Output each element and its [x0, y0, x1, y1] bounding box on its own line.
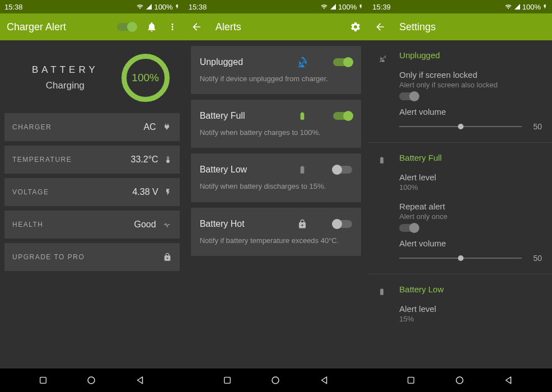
health-value: Good [134, 220, 156, 230]
battery-percentage: 100% [132, 72, 159, 84]
row-full-volume[interactable]: Alert volume 50 [399, 239, 542, 263]
nav-recent-icon[interactable] [223, 376, 232, 385]
status-time: 15:39 [372, 3, 391, 11]
screen-alerts: 15:38 100% Alerts Unplugged Notify if de… [184, 0, 368, 392]
card-battery-full[interactable]: Battery Full Notify when battery charges… [191, 100, 362, 148]
unplugged-icon [294, 56, 311, 68]
row-low-level[interactable]: Alert level 15% [399, 304, 542, 323]
temperature-value: 33.2°C [131, 155, 158, 165]
card-battery-hot[interactable]: Battery Hot Notify if battery temperatur… [191, 208, 362, 256]
nav-recent-icon[interactable] [39, 376, 48, 385]
low-title: Battery Low [200, 165, 294, 175]
voltage-value: 4.38 V [132, 187, 158, 197]
row-unplugged-volume[interactable]: Alert volume 50 [399, 107, 542, 131]
voltage-label: VOLTAGE [12, 188, 49, 196]
hot-title: Battery Hot [200, 219, 294, 229]
unplugged-toggle[interactable] [333, 58, 352, 66]
nav-back-icon[interactable] [503, 375, 513, 385]
status-icons: 100% [504, 3, 548, 11]
status-time: 15:38 [4, 3, 23, 11]
status-battery: 100% [522, 3, 541, 11]
screen-locked-sub: Alert only if screen also locked [399, 81, 542, 89]
status-bar: 15:38 100% [184, 0, 368, 13]
health-label: HEALTH [12, 221, 43, 228]
section-full: Battery Full Alert level 100% Repeat ale… [368, 143, 552, 274]
section-low: Battery Low Alert level 15% [368, 274, 552, 334]
thermometer-icon [164, 155, 172, 165]
row-full-level[interactable]: Alert level 100% [399, 172, 542, 192]
alerts-content: Unplugged Notify if device unplugged fro… [184, 40, 368, 368]
row-charger[interactable]: CHARGER AC [4, 113, 180, 141]
screen-main: 15:38 100% Charger Alert BATTERY Chargin… [0, 0, 184, 392]
back-icon[interactable] [191, 21, 202, 32]
signal-icon [330, 3, 336, 10]
battery-label: BATTERY [9, 64, 121, 76]
app-bar: Alerts [184, 13, 368, 40]
card-unplugged[interactable]: Unplugged Notify if device unplugged fro… [191, 46, 362, 94]
plug-icon [162, 123, 172, 132]
svg-rect-2 [224, 377, 230, 384]
row-voltage[interactable]: VOLTAGE 4.38 V [4, 178, 180, 206]
flash-icon [164, 187, 172, 197]
status-time: 15:38 [189, 3, 207, 11]
unplugged-volume-label: Alert volume [399, 107, 542, 116]
row-temperature[interactable]: TEMPERATURE 33.2°C [4, 146, 180, 174]
bolt-icon [542, 3, 548, 10]
row-screen-locked[interactable]: Only if screen locked Alert only if scre… [399, 70, 542, 97]
svg-rect-4 [408, 377, 414, 384]
full-title: Battery Full [200, 111, 294, 121]
charger-value: AC [143, 122, 156, 132]
app-bar: Charger Alert [0, 13, 184, 40]
nav-recent-icon[interactable] [406, 376, 415, 385]
signal-icon [146, 3, 152, 10]
row-upgrade[interactable]: UPGRADE TO PRO [4, 243, 180, 271]
nav-home-icon[interactable] [86, 375, 96, 385]
hot-toggle[interactable] [333, 220, 352, 228]
screen-locked-label: Only if screen locked [399, 70, 542, 80]
nav-bar [368, 368, 552, 392]
low-desc: Notify when battery discharges to 15%. [200, 181, 353, 192]
full-toggle[interactable] [333, 112, 352, 120]
master-toggle[interactable] [117, 23, 136, 31]
wifi-icon [320, 3, 328, 10]
repeat-toggle[interactable] [399, 224, 418, 232]
full-level-sub: 100% [399, 183, 542, 192]
app-bar: Settings [368, 13, 552, 40]
nav-back-icon[interactable] [135, 375, 145, 385]
back-icon[interactable] [375, 21, 386, 32]
app-title: Alerts [216, 21, 350, 33]
screen-locked-toggle[interactable] [399, 92, 418, 100]
section-unplugged: Unplugged Only if screen locked Alert on… [368, 40, 552, 143]
unplugged-volume-slider[interactable] [399, 126, 522, 127]
lock-icon [294, 218, 311, 230]
status-icons: 100% [320, 3, 363, 11]
full-level-label: Alert level [399, 172, 542, 182]
row-repeat[interactable]: Repeat alert Alert only once [399, 202, 542, 228]
gear-icon[interactable] [350, 21, 361, 32]
row-health[interactable]: HEALTH Good [4, 211, 180, 239]
bolt-icon [175, 3, 180, 10]
full-volume-slider[interactable] [399, 258, 522, 259]
svg-rect-0 [40, 377, 46, 384]
repeat-sub: Alert only once [399, 212, 542, 221]
bell-icon[interactable] [146, 21, 157, 32]
nav-home-icon[interactable] [455, 375, 465, 385]
more-icon[interactable] [167, 22, 177, 32]
unplugged-section-title: Unplugged [399, 50, 542, 60]
svg-point-1 [88, 377, 95, 384]
svg-point-5 [456, 377, 463, 384]
status-battery: 100% [154, 3, 172, 11]
app-title: Charger Alert [7, 21, 117, 33]
status-battery: 100% [338, 3, 357, 11]
nav-back-icon[interactable] [319, 375, 329, 385]
nav-bar [0, 368, 184, 392]
full-section-title: Battery Full [399, 153, 542, 162]
main-content: BATTERY Charging 100% CHARGER AC TEMPERA… [0, 40, 184, 368]
hot-desc: Notify if battery temperature exceeds 40… [200, 236, 353, 246]
battery-ring: 100% [121, 54, 170, 102]
screen-settings: 15:39 100% Settings Unplugged Only if sc… [368, 0, 552, 392]
card-battery-low[interactable]: Battery Low Notify when battery discharg… [191, 153, 362, 202]
low-toggle[interactable] [333, 166, 352, 174]
nav-home-icon[interactable] [270, 375, 280, 385]
battery-status: Charging [9, 80, 121, 91]
